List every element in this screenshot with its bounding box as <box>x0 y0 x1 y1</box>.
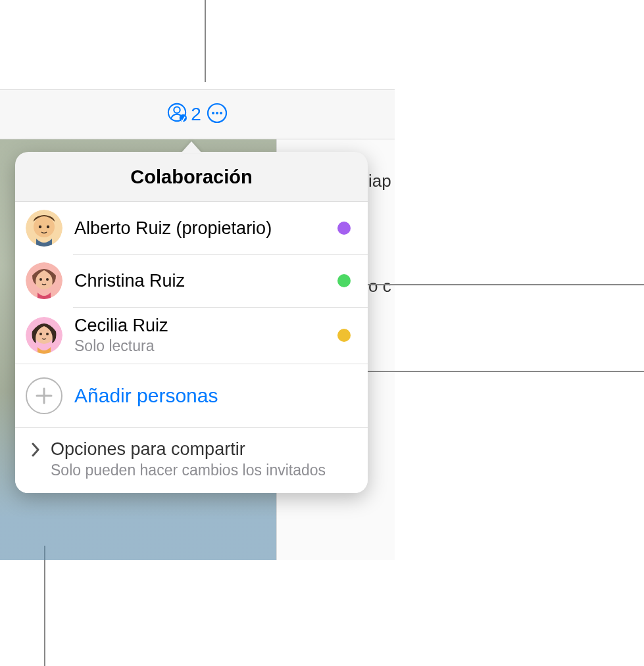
callout-line <box>342 284 644 285</box>
svg-point-10 <box>47 226 49 228</box>
participant-permission: Solo lectura <box>74 337 337 356</box>
background-text: iap <box>368 171 391 191</box>
popover-caret <box>181 141 202 153</box>
add-people-label: Añadir personas <box>74 385 218 407</box>
share-options-title: Opciones para compartir <box>51 439 351 460</box>
share-options-button[interactable]: Opciones para compartir Solo pueden hace… <box>15 427 368 493</box>
add-people-button[interactable]: Añadir personas <box>15 364 368 427</box>
participant-name: Christina Ruiz <box>74 270 337 291</box>
avatar <box>26 317 62 354</box>
svg-point-1 <box>174 107 180 112</box>
collaboration-popover: Colaboración Alberto Ruiz (propietar <box>15 152 368 493</box>
participant-row[interactable]: Christina Ruiz <box>15 254 368 307</box>
avatar <box>26 262 62 299</box>
share-options-info: Opciones para compartir Solo pueden hace… <box>51 439 351 480</box>
callout-line <box>205 0 206 82</box>
background-text: o c <box>368 276 391 297</box>
collaboration-button[interactable]: 2 <box>167 103 201 127</box>
participant-name: Alberto Ruiz (propietario) <box>74 218 337 239</box>
participant-row[interactable]: Alberto Ruiz (propietario) <box>15 202 368 254</box>
presence-dot <box>337 329 351 342</box>
presence-dot <box>337 274 351 287</box>
presence-dot <box>337 222 351 235</box>
chevron-right-icon <box>26 439 45 457</box>
svg-point-13 <box>39 278 42 281</box>
callout-line <box>44 546 45 666</box>
participant-name: Cecilia Ruiz <box>74 315 337 336</box>
participant-info: Christina Ruiz <box>74 270 337 291</box>
participant-info: Alberto Ruiz (propietario) <box>74 218 337 239</box>
share-options-subtitle: Solo pueden hacer cambios los invitados <box>51 462 351 480</box>
toolbar: 2 <box>0 89 395 139</box>
ellipsis-circle-icon <box>207 114 228 126</box>
svg-point-14 <box>46 278 49 281</box>
svg-point-9 <box>39 226 41 228</box>
collaborator-count: 2 <box>191 104 201 125</box>
svg-point-4 <box>212 112 214 114</box>
svg-point-17 <box>39 333 42 335</box>
more-button[interactable] <box>207 103 228 126</box>
svg-point-8 <box>34 216 55 237</box>
svg-point-5 <box>216 112 218 114</box>
participant-list: Alberto Ruiz (propietario) <box>15 202 368 364</box>
popover-title: Colaboración <box>15 152 368 202</box>
plus-circle-icon <box>26 377 62 414</box>
avatar <box>26 210 62 247</box>
person-badge-icon <box>167 103 187 127</box>
svg-point-18 <box>46 333 49 335</box>
participant-row[interactable]: Cecilia Ruiz Solo lectura <box>15 307 368 364</box>
svg-point-6 <box>220 112 222 114</box>
participant-info: Cecilia Ruiz Solo lectura <box>74 315 337 356</box>
